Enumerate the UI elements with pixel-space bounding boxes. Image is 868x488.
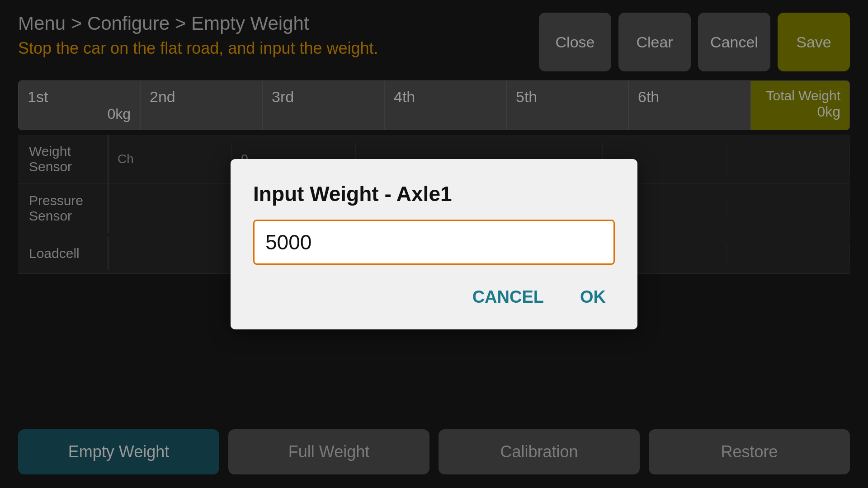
dialog-ok-button[interactable]: OK — [571, 283, 615, 311]
input-weight-dialog: Input Weight - Axle1 CANCEL OK — [231, 159, 637, 329]
dialog-overlay: Input Weight - Axle1 CANCEL OK — [0, 0, 868, 488]
dialog-title: Input Weight - Axle1 — [253, 182, 615, 206]
weight-input[interactable] — [265, 230, 603, 254]
dialog-input-wrapper[interactable] — [253, 220, 615, 265]
dialog-buttons: CANCEL OK — [253, 283, 615, 311]
dialog-cancel-button[interactable]: CANCEL — [463, 283, 553, 311]
